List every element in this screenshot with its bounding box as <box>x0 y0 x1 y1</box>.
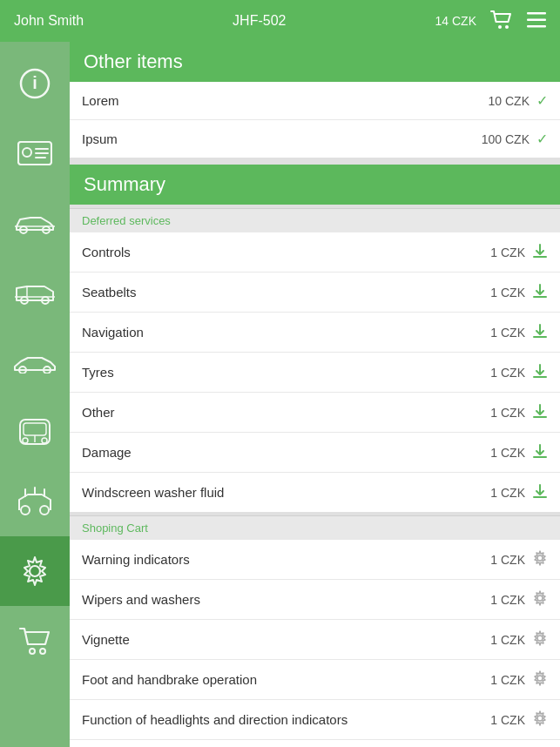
item-right: 1 CZK <box>490 590 548 609</box>
download-icon <box>532 443 548 461</box>
svg-rect-4 <box>527 25 546 28</box>
item-price: 100 CZK <box>482 132 530 146</box>
item-right: 1 CZK <box>490 323 548 341</box>
item-label: Lorem <box>82 93 119 108</box>
sidebar: i <box>0 42 70 747</box>
gear-icon <box>532 550 548 569</box>
item-right: 1 CZK <box>490 670 548 689</box>
item-right: 100 CZK ✓ <box>482 131 548 147</box>
item-right: 10 CZK ✓ <box>489 92 548 109</box>
deferred-services-header: Deferred services <box>70 208 560 232</box>
plate-number: JHF-502 <box>233 13 286 29</box>
item-label: Ipsum <box>82 131 118 146</box>
gear-icon <box>532 630 548 649</box>
download-icon <box>532 363 548 381</box>
item-price: 1 CZK <box>490 366 525 380</box>
item-right: 1 CZK <box>490 243 548 261</box>
list-item[interactable]: Controls 1 CZK <box>70 232 560 273</box>
item-price: 1 CZK <box>490 286 525 299</box>
download-icon <box>532 403 548 421</box>
cart-amount: 14 CZK <box>435 14 476 28</box>
svg-point-24 <box>42 438 47 443</box>
shopping-cart-list: Warning indicators 1 CZK Wipers and wash… <box>70 540 560 747</box>
divider <box>70 158 560 165</box>
item-label: Warning indicators <box>82 552 190 567</box>
sidebar-item-settings[interactable] <box>0 536 70 606</box>
svg-point-1 <box>505 25 509 29</box>
list-item[interactable]: Lorem 10 CZK ✓ <box>70 82 560 120</box>
svg-point-41 <box>537 555 543 561</box>
item-right: 1 CZK <box>490 443 548 461</box>
list-item[interactable]: Odour 1 CZK <box>70 740 560 747</box>
check-icon: ✓ <box>536 131 548 147</box>
item-label: Wipers and washers <box>82 592 200 607</box>
sidebar-item-car-front[interactable] <box>0 397 70 467</box>
item-right: 1 CZK <box>490 363 548 381</box>
list-item[interactable]: Windscreen washer fluid 1 CZK <box>70 473 560 512</box>
sidebar-item-info[interactable]: i <box>0 49 70 118</box>
sidebar-item-car-sedan[interactable] <box>0 188 70 258</box>
item-price: 10 CZK <box>489 94 530 108</box>
item-label: Windscreen washer fluid <box>82 485 224 500</box>
download-icon <box>532 283 548 301</box>
list-item[interactable]: Damage 1 CZK <box>70 433 560 473</box>
menu-icon[interactable] <box>527 12 546 30</box>
svg-point-32 <box>30 649 35 654</box>
item-price: 1 CZK <box>490 593 525 607</box>
gear-icon <box>532 590 548 609</box>
item-price: 1 CZK <box>490 486 525 500</box>
sidebar-item-car-lift[interactable] <box>0 467 70 536</box>
svg-point-33 <box>40 649 45 654</box>
item-price: 1 CZK <box>490 713 525 727</box>
svg-point-8 <box>23 148 31 157</box>
sidebar-item-car-sport[interactable] <box>0 327 70 397</box>
item-right: 1 CZK <box>490 630 548 649</box>
list-item[interactable]: Seatbelts 1 CZK <box>70 273 560 313</box>
main-content: Other items Lorem 10 CZK ✓ Ipsum 100 CZK… <box>70 42 560 747</box>
sidebar-item-cart[interactable] <box>0 606 70 676</box>
item-label: Foot and handbrake operation <box>82 672 257 687</box>
other-items-list: Lorem 10 CZK ✓ Ipsum 100 CZK ✓ <box>70 82 560 158</box>
item-price: 1 CZK <box>490 246 525 259</box>
svg-point-26 <box>21 506 30 515</box>
list-item[interactable]: Ipsum 100 CZK ✓ <box>70 120 560 158</box>
shopping-cart-header: Shoping Cart <box>70 515 560 540</box>
download-icon <box>532 243 548 261</box>
list-item[interactable]: Other 1 CZK <box>70 393 560 433</box>
svg-rect-3 <box>527 18 546 21</box>
gear-icon <box>532 710 548 729</box>
other-items-header: Other items <box>70 42 560 82</box>
list-item[interactable]: Foot and handbrake operation 1 CZK <box>70 660 560 700</box>
svg-point-43 <box>537 636 543 641</box>
item-price: 1 CZK <box>490 673 525 687</box>
summary-header: Summary <box>70 165 560 205</box>
sidebar-item-car-suv[interactable] <box>0 258 70 327</box>
list-item[interactable]: Warning indicators 1 CZK <box>70 540 560 580</box>
list-item[interactable]: Wipers and washers 1 CZK <box>70 580 560 620</box>
item-right: 1 CZK <box>490 550 548 569</box>
item-label: Damage <box>82 445 132 460</box>
item-price: 1 CZK <box>490 406 525 420</box>
user-name: John Smith <box>14 13 84 29</box>
list-item[interactable]: Function of headlights and direction ind… <box>70 700 560 740</box>
list-item[interactable]: Tyres 1 CZK <box>70 353 560 393</box>
cart-icon[interactable] <box>490 10 513 32</box>
item-label: Navigation <box>82 325 144 340</box>
list-item[interactable]: Vignette 1 CZK <box>70 620 560 660</box>
download-icon <box>532 323 548 341</box>
svg-text:i: i <box>32 73 37 92</box>
check-icon: ✓ <box>536 92 548 109</box>
svg-rect-2 <box>527 12 546 15</box>
svg-point-27 <box>40 506 49 515</box>
deferred-services-list: Controls 1 CZK Seatbelts 1 CZK <box>70 232 560 512</box>
item-right: 1 CZK <box>490 483 548 501</box>
item-label: Seatbelts <box>82 285 137 299</box>
gear-icon <box>532 670 548 689</box>
app-header: John Smith JHF-502 14 CZK <box>0 0 560 42</box>
sidebar-item-id-card[interactable] <box>0 118 70 188</box>
list-item[interactable]: Navigation 1 CZK <box>70 313 560 353</box>
download-icon <box>532 483 548 501</box>
svg-point-31 <box>30 566 40 576</box>
svg-point-44 <box>537 676 543 681</box>
item-price: 1 CZK <box>490 326 525 340</box>
